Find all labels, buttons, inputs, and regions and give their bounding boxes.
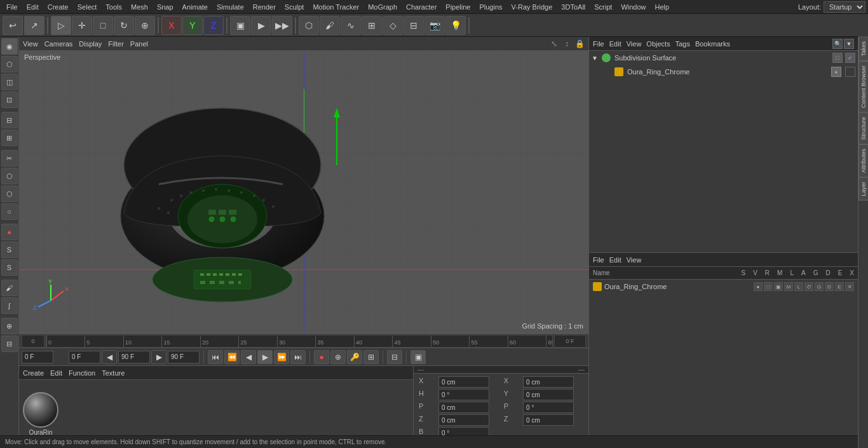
attr-m-icon[interactable]: M <box>784 282 793 291</box>
end-frame1-input[interactable] <box>118 351 150 363</box>
sym-button[interactable]: ⊞ <box>1 130 18 146</box>
pb-extra-button[interactable]: ⊟ <box>387 350 402 364</box>
menu-mograph[interactable]: MoGraph <box>364 2 401 12</box>
knife-button[interactable]: ✂ <box>1 150 18 166</box>
viewport-arrow-icon[interactable]: ↕ <box>562 39 572 49</box>
play-button[interactable]: ▶ <box>257 350 273 364</box>
timeline-track[interactable]: 051015202530354045505560657075808590 <box>46 335 553 348</box>
go-end-button[interactable]: ⏭ <box>290 350 306 364</box>
menu-motion-tracker[interactable]: Motion Tracker <box>309 2 363 12</box>
render-all-button[interactable]: ▶▶ <box>272 16 292 35</box>
x-axis-button[interactable]: X <box>161 16 182 35</box>
viewport-expand-icon[interactable]: ⤡ <box>549 39 559 49</box>
weld-button[interactable]: S <box>1 241 18 258</box>
render-view-button[interactable]: ▣ <box>230 16 250 35</box>
coord-x-pos-input[interactable] <box>438 376 489 388</box>
menu-help[interactable]: Help <box>651 2 674 12</box>
key-button[interactable]: 🔑 <box>347 350 362 364</box>
end-frame2-input[interactable] <box>168 351 200 363</box>
obj-search-icon[interactable]: 🔍 <box>832 39 843 49</box>
obj-menu-view[interactable]: View <box>627 40 642 48</box>
menu-vray[interactable]: V-Ray Bridge <box>508 2 557 12</box>
attr-x-icon[interactable]: ✕ <box>845 282 854 291</box>
menu-mesh[interactable]: Mesh <box>127 2 152 12</box>
play-reverse-button[interactable]: ◀ <box>241 350 256 364</box>
point-mode-button[interactable]: ⊡ <box>1 92 18 108</box>
sculpt-button[interactable]: ∫ <box>1 297 18 314</box>
z-axis-button[interactable]: Z <box>203 16 224 35</box>
attr-vis-icon[interactable]: ● <box>754 282 763 291</box>
coord-p2-input[interactable] <box>523 402 574 413</box>
obj-filter-icon[interactable]: ▼ <box>844 39 854 49</box>
coord-z-pos-input[interactable] <box>438 414 489 426</box>
attr-anim-icon[interactable]: ⏱ <box>804 282 813 291</box>
menu-3dtoall[interactable]: 3DToAll <box>557 2 589 12</box>
layer-tab[interactable]: Layer <box>858 177 868 201</box>
obj-menu-tags[interactable]: Tags <box>675 40 690 48</box>
move-tool-button[interactable]: ✛ <box>72 16 92 35</box>
mat-menu-create[interactable]: Create <box>23 369 44 377</box>
step-forward-button[interactable]: ⏩ <box>274 350 289 364</box>
light-button[interactable]: 💡 <box>445 16 466 35</box>
array-button[interactable]: ⊞ <box>362 16 382 35</box>
content-browser-tab[interactable]: Content Browser <box>858 61 868 112</box>
step-back-button[interactable]: ⏪ <box>224 350 240 364</box>
menu-window[interactable]: Window <box>617 2 649 12</box>
mirror-button[interactable]: S <box>1 259 18 276</box>
grid2-button[interactable]: ⊟ <box>1 336 18 352</box>
grid-button[interactable]: ⊟ <box>403 16 424 35</box>
obj-check-icon[interactable]: ✓ <box>845 53 855 63</box>
obj-ring-vis-icon[interactable]: ● <box>831 67 841 77</box>
mat-menu-function[interactable]: Function <box>69 369 95 377</box>
go-start-button[interactable]: ⏮ <box>208 350 223 364</box>
loop-button[interactable]: ○ <box>1 203 18 220</box>
menu-edit[interactable]: Edit <box>23 2 43 12</box>
paint-button[interactable]: 🖌 <box>320 16 340 35</box>
menu-pipeline[interactable]: Pipeline <box>442 2 474 12</box>
undo-button[interactable]: ↩ <box>3 16 23 35</box>
arrows-right-button[interactable]: ▶ <box>151 350 166 364</box>
coord-p-input[interactable] <box>438 402 489 413</box>
render-button[interactable]: ▶ <box>251 16 271 35</box>
obj-expand-icon[interactable]: ▼ <box>592 55 599 62</box>
viewport-menu-filter[interactable]: Filter <box>108 40 123 48</box>
motion-button[interactable]: ⊞ <box>363 350 379 364</box>
attr-l-icon[interactable]: L <box>794 282 803 291</box>
attr-object-row[interactable]: Oura_Ring_Chrome ● □ ▣ M L ⏱ G D E ✕ <box>589 280 858 294</box>
layout-select[interactable]: Startup <box>824 1 865 13</box>
mesh-mode-button[interactable]: ⬡ <box>1 56 18 72</box>
menu-snap[interactable]: Snap <box>153 2 177 12</box>
viewport-menu-panel[interactable]: Panel <box>130 40 148 48</box>
timeline-view-button[interactable]: ▣ <box>410 350 426 364</box>
coord-y-pos-input[interactable] <box>523 389 574 400</box>
coord-x-size-input[interactable] <box>523 376 574 388</box>
attr-menu-file[interactable]: File <box>593 256 604 264</box>
menu-script[interactable]: Script <box>590 2 616 12</box>
menu-file[interactable]: File <box>3 2 22 12</box>
select-tool-button[interactable]: ▷ <box>51 16 71 35</box>
menu-sculpt[interactable]: Sculpt <box>281 2 308 12</box>
obj-vis-icon[interactable]: □ <box>832 53 843 63</box>
attr-g-icon[interactable]: G <box>815 282 824 291</box>
bevel-button[interactable]: ⬡ <box>1 186 18 202</box>
menu-render[interactable]: Render <box>249 2 280 12</box>
rotate-tool-button[interactable]: ↻ <box>114 16 134 35</box>
structure-tab[interactable]: Structure <box>858 112 868 145</box>
viewport-menu-view[interactable]: View <box>23 40 38 48</box>
attr-menu-edit[interactable]: Edit <box>609 256 621 264</box>
takes-tab[interactable]: Takes <box>858 37 868 61</box>
obj-row-oura-ring[interactable]: Oura_Ring_Chrome ● <box>589 65 858 79</box>
viewport-lock-icon[interactable]: 🔒 <box>574 39 585 49</box>
mat-menu-edit[interactable]: Edit <box>50 369 62 377</box>
obj-menu-file[interactable]: File <box>593 40 604 48</box>
obj-menu-bookmarks[interactable]: Bookmarks <box>695 40 730 48</box>
menu-simulate[interactable]: Simulate <box>213 2 248 12</box>
menu-tools[interactable]: Tools <box>102 2 126 12</box>
material-thumbnail[interactable] <box>23 392 58 428</box>
obj-menu-objects[interactable]: Objects <box>646 40 670 48</box>
scale-tool-button[interactable]: □ <box>93 16 113 35</box>
obj-row-subdivision[interactable]: ▼ Subdivision Surface □ ✓ <box>589 51 858 65</box>
viewport-3d[interactable]: X Y Z Perspective Grid Spacing : 1 cm <box>19 51 588 334</box>
transform-tool-button[interactable]: ⊕ <box>135 16 155 35</box>
attr-exp-icon[interactable]: E <box>835 282 844 291</box>
